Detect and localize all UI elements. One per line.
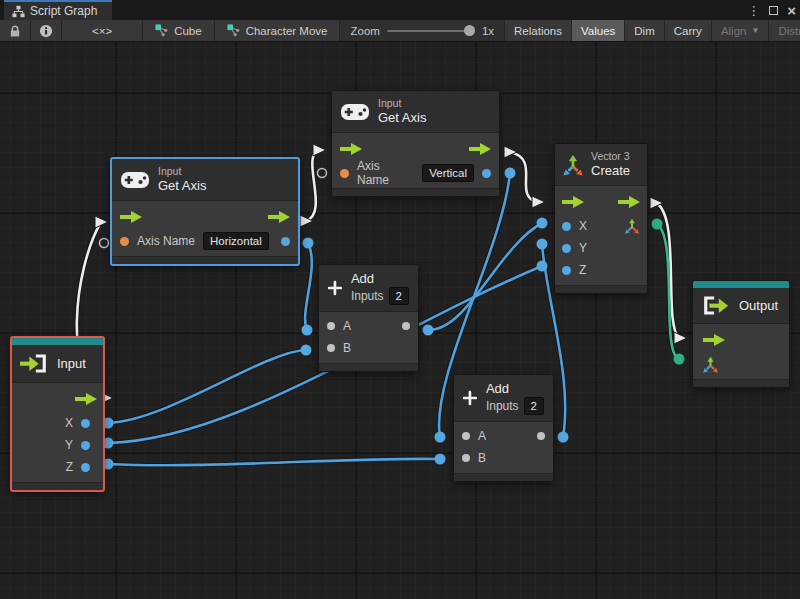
node-category: Input [158, 165, 206, 178]
tab-title: Script Graph [30, 4, 97, 18]
wire-add1-to-vector3-x[interactable] [428, 223, 542, 330]
node-header: Vector 3 Create [555, 144, 647, 186]
wire-input-x-to-add1-b[interactable] [108, 350, 306, 423]
value-in-port-b[interactable] [327, 344, 335, 352]
port-label: A [343, 319, 351, 333]
vector3-in-port[interactable] [702, 356, 719, 373]
zoom-slider-handle[interactable] [464, 25, 475, 36]
node-header: Input [12, 345, 103, 383]
zoom-control: Zoom 1x [340, 20, 505, 41]
chevron-down-icon: ▼ [751, 26, 759, 35]
float-out-port-y[interactable] [81, 441, 90, 450]
node-get-axis-horizontal[interactable]: Input Get Axis Axis Name Horizontal [110, 157, 300, 266]
flow-in-port[interactable] [340, 143, 362, 155]
breadcrumb-cube[interactable]: Cube [143, 20, 215, 41]
graph-node-icon [227, 24, 240, 37]
inputs-count-value[interactable]: 2 [389, 287, 409, 305]
wire-getaxis-vertical-to-vector3[interactable] [510, 152, 537, 202]
value-in-port-b[interactable] [462, 454, 470, 462]
node-graph-output[interactable]: Output [692, 280, 790, 388]
inputs-label: Inputs [351, 289, 384, 304]
lock-button[interactable] [0, 20, 31, 41]
breadcrumb-label: Character Move [246, 25, 328, 37]
script-graph-icon [12, 5, 25, 18]
node-header: Add Inputs 2 [454, 375, 553, 422]
toggle-values[interactable]: Values [572, 20, 625, 41]
node-footer [12, 482, 103, 490]
node-footer [112, 256, 298, 264]
distribute-dropdown[interactable]: Distribute▼ [769, 20, 800, 41]
zoom-slider[interactable] [387, 30, 475, 32]
node-footer [693, 379, 789, 387]
node-add-2[interactable]: Add Inputs 2 A B [453, 374, 554, 482]
node-add-1[interactable]: Add Inputs 2 A B [318, 264, 419, 372]
value-in-port-a[interactable] [462, 432, 470, 440]
value-in-port-a[interactable] [327, 322, 335, 330]
node-category: Vector 3 [591, 150, 630, 163]
breadcrumb-character-move[interactable]: Character Move [215, 20, 341, 41]
flow-out-port[interactable] [268, 211, 290, 223]
string-in-port[interactable] [340, 169, 349, 178]
node-title: Create [591, 163, 630, 179]
dropdown-label: Distribute [778, 25, 800, 37]
port-label: A [478, 429, 486, 443]
flow-in-port[interactable] [703, 334, 725, 346]
zoom-value: 1x [482, 25, 494, 37]
port-label: X [65, 416, 73, 430]
node-graph-input[interactable]: Input X Y Z [10, 336, 105, 492]
result-out-port[interactable] [537, 432, 545, 440]
port-label: X [579, 219, 587, 233]
node-vector3-create[interactable]: Vector 3 Create X Y [554, 143, 648, 294]
flow-out-port[interactable] [469, 143, 491, 155]
result-out-port[interactable] [402, 322, 410, 330]
tab-bar: Script Graph ⋮ × [0, 0, 800, 20]
vector3-icon [562, 154, 584, 176]
float-in-port-x[interactable] [562, 222, 571, 231]
maximize-icon[interactable] [769, 6, 778, 15]
close-icon[interactable]: × [787, 3, 796, 18]
node-footer [454, 473, 553, 481]
vector3-out-port[interactable] [624, 218, 640, 234]
axis-name-value[interactable]: Vertical [422, 164, 474, 182]
toggle-carry[interactable]: Carry [665, 20, 712, 41]
unity-script-graph-window: Script Graph ⋮ × <×> Cube Character Move… [0, 0, 800, 599]
gamepad-icon [341, 104, 369, 120]
plus-icon [328, 276, 342, 300]
float-out-port-z[interactable] [81, 463, 90, 472]
toggle-relations[interactable]: Relations [505, 20, 572, 41]
axis-name-value[interactable]: Horizontal [203, 232, 269, 250]
align-dropdown[interactable]: Align▼ [712, 20, 770, 41]
float-out-port[interactable] [482, 169, 491, 178]
window-menu-icon[interactable]: ⋮ [747, 4, 760, 17]
flow-out-port[interactable] [618, 196, 640, 208]
flow-out-port[interactable] [75, 393, 97, 405]
node-header: Input Get Axis [332, 91, 499, 133]
float-in-port-y[interactable] [562, 244, 571, 253]
port-label: Y [65, 438, 73, 452]
graph-node-icon [155, 24, 168, 37]
float-out-port[interactable] [281, 237, 290, 246]
event-accent-strip [12, 338, 103, 345]
float-in-port-z[interactable] [562, 266, 571, 275]
toggle-label: Relations [514, 25, 562, 37]
float-out-port-x[interactable] [81, 419, 90, 428]
flow-in-port[interactable] [120, 211, 142, 223]
output-icon [702, 295, 730, 316]
code-view-button[interactable]: <×> [62, 20, 143, 41]
node-header: Output [693, 288, 789, 324]
info-button[interactable] [31, 20, 62, 41]
toggle-dim[interactable]: Dim [625, 20, 664, 41]
flow-in-port[interactable] [562, 196, 584, 208]
graph-toolbar: <×> Cube Character Move Zoom 1x Relation… [0, 20, 800, 42]
node-get-axis-vertical[interactable]: Input Get Axis Axis Name Vertical [331, 90, 500, 197]
tab-script-graph[interactable]: Script Graph [4, 0, 112, 20]
inputs-count-value[interactable]: 2 [524, 397, 544, 415]
graph-canvas[interactable]: Input Get Axis Axis Name Vertical [0, 42, 800, 599]
dropdown-label: Align [721, 25, 747, 37]
node-title: Output [739, 298, 778, 313]
code-view-label: <×> [92, 25, 112, 37]
node-header: Add Inputs 2 [319, 265, 418, 312]
string-in-port[interactable] [120, 237, 129, 246]
plus-icon [463, 386, 477, 410]
node-header: Input Get Axis [112, 159, 298, 201]
